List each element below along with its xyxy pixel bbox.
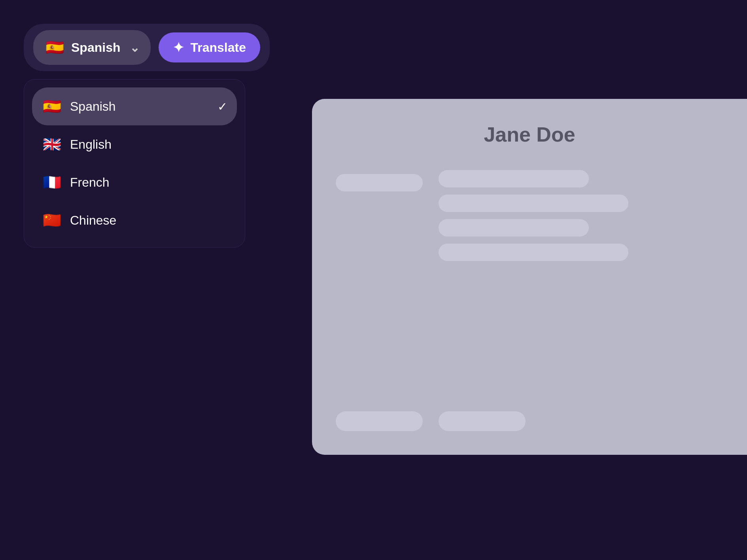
placeholder-bar-bottom-2 [439,411,526,431]
placeholder-bar-5 [439,244,628,261]
dropdown-spanish-label: Spanish [70,99,116,114]
placeholder-bar-2 [439,170,589,187]
dropdown-item-chinese[interactable]: 🇨🇳 Chinese [32,201,237,239]
dropdown-french-label: French [70,175,110,190]
translate-button[interactable]: ✦ Translate [159,32,260,62]
card-panel: Jane Doe [312,99,747,455]
french-flag-icon: 🇫🇷 [42,172,62,193]
main-container: 🇪🇸 Spanish ⌄ ✦ Translate 🇪🇸 Spanish ✓ 🇬🇧… [0,0,747,111]
card-user-name: Jane Doe [336,123,723,146]
placeholder-bar-3 [439,195,628,212]
card-right-column [439,170,723,261]
chevron-down-icon: ⌄ [130,41,140,55]
card-bottom-row [336,411,747,431]
card-left-column [336,170,423,261]
dropdown-item-spanish[interactable]: 🇪🇸 Spanish ✓ [32,87,237,125]
check-icon: ✓ [217,100,227,114]
placeholder-bar-bottom-1 [336,411,423,431]
spanish-flag-icon: 🇪🇸 [42,96,62,117]
dropdown-item-french[interactable]: 🇫🇷 French [32,163,237,201]
placeholder-bar-1 [336,174,423,191]
selected-language-label: Spanish [71,40,120,55]
english-flag-icon: 🇬🇧 [42,134,62,155]
spanish-flag-icon: 🇪🇸 [44,37,65,58]
sparkle-icon: ✦ [173,40,184,55]
dropdown-english-label: English [70,137,112,152]
dropdown-item-english[interactable]: 🇬🇧 English [32,125,237,163]
placeholder-bar-4 [439,219,589,236]
card-content [336,170,723,261]
translate-label: Translate [190,40,246,55]
language-dropdown: 🇪🇸 Spanish ✓ 🇬🇧 English 🇫🇷 French 🇨🇳 Chi… [24,79,245,248]
language-selector-button[interactable]: 🇪🇸 Spanish ⌄ [33,30,151,65]
dropdown-chinese-label: Chinese [70,213,116,228]
chinese-flag-icon: 🇨🇳 [42,210,62,231]
top-bar: 🇪🇸 Spanish ⌄ ✦ Translate [24,24,270,71]
